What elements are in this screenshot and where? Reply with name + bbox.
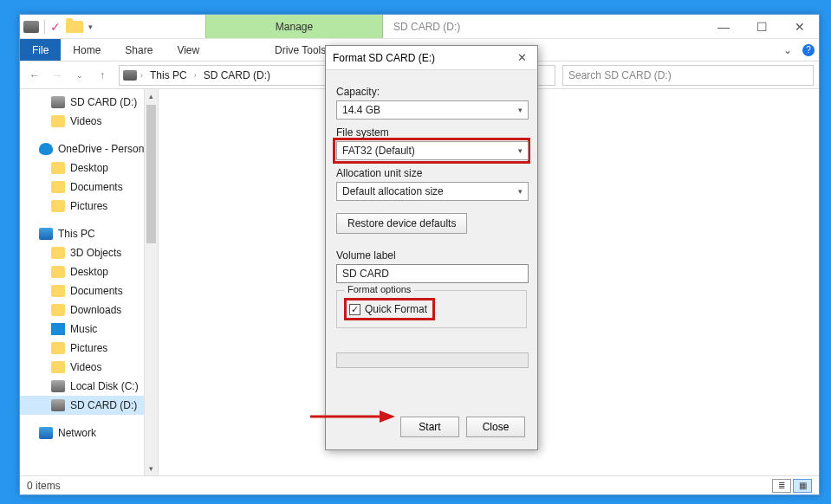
allocation-value: Default allocation size xyxy=(342,185,444,197)
folder-icon[interactable] xyxy=(66,21,83,33)
capacity-label: Capacity: xyxy=(336,86,527,98)
manage-contextual-tab[interactable]: Manage xyxy=(205,15,383,38)
tree-label: OneDrive - Person xyxy=(58,143,144,155)
tree-item-this-pc[interactable]: This PC xyxy=(20,224,158,243)
chevron-down-icon: ▾ xyxy=(518,146,523,155)
drive-icon xyxy=(51,380,65,392)
tree-label: Pictures xyxy=(70,342,107,354)
help-button[interactable]: ? xyxy=(798,39,819,61)
tree-item-sd-card[interactable]: SD CARD (D:) xyxy=(20,396,158,415)
tab-share[interactable]: Share xyxy=(113,39,165,61)
separator xyxy=(44,20,45,34)
view-details-button[interactable]: ≣ xyxy=(772,479,791,493)
tree-label: Videos xyxy=(70,115,101,127)
view-buttons: ≣ ▦ xyxy=(772,479,812,493)
close-button[interactable]: ✕ xyxy=(781,15,819,38)
view-icons-button[interactable]: ▦ xyxy=(793,479,812,493)
cloud-icon xyxy=(39,143,53,155)
drive-icon xyxy=(23,21,39,33)
scroll-down-icon[interactable]: ▾ xyxy=(145,462,158,475)
dialog-titlebar: Format SD CARD (E:) ✕ xyxy=(326,46,537,70)
minimize-button[interactable]: — xyxy=(704,15,743,38)
format-dialog: Format SD CARD (E:) ✕ Capacity: 14.4 GB … xyxy=(325,45,538,450)
folder-icon xyxy=(51,181,65,193)
folder-icon xyxy=(51,304,65,316)
volume-label-label: Volume label xyxy=(336,249,527,262)
tab-view[interactable]: View xyxy=(165,39,211,61)
folder-icon xyxy=(51,266,65,278)
restore-defaults-button[interactable]: Restore device defaults xyxy=(336,213,467,234)
tab-home[interactable]: Home xyxy=(61,39,113,61)
format-options-group: Format options ✓ Quick Format xyxy=(336,290,527,328)
close-button[interactable]: Close xyxy=(466,417,525,437)
tree-item-documents[interactable]: Documents xyxy=(20,178,158,197)
format-options-legend: Format options xyxy=(344,284,414,294)
forward-button[interactable]: → xyxy=(48,66,67,85)
tree-item-music[interactable]: Music xyxy=(20,320,158,339)
drive-icon xyxy=(123,70,137,81)
format-progress xyxy=(336,352,529,368)
network-icon xyxy=(39,427,53,439)
folder-icon xyxy=(51,342,65,354)
tree-item-local-disk[interactable]: Local Disk (C:) xyxy=(20,377,158,396)
close-icon[interactable]: ✕ xyxy=(513,51,530,64)
filesystem-select[interactable]: FAT32 (Default) ▾ xyxy=(336,141,529,160)
recent-locations-button[interactable]: ⌄ xyxy=(70,66,89,85)
capacity-select[interactable]: 14.4 GB ▾ xyxy=(336,100,529,120)
scrollbar-thumb[interactable] xyxy=(146,105,156,243)
dialog-buttons: Start Close xyxy=(400,417,525,437)
tree-scrollbar[interactable]: ▴ ▾ xyxy=(144,89,158,475)
capacity-value: 14.4 GB xyxy=(342,104,380,116)
folder-icon xyxy=(51,162,65,174)
tree-item-videos[interactable]: Videos xyxy=(20,112,158,131)
help-icon: ? xyxy=(802,44,815,56)
tree-item-network[interactable]: Network xyxy=(20,423,158,443)
chevron-down-icon: ▾ xyxy=(518,106,523,114)
tree-item-3d-objects[interactable]: 3D Objects xyxy=(20,243,158,262)
tree-item-downloads[interactable]: Downloads xyxy=(20,300,158,320)
highlight-quick-format: ✓ Quick Format xyxy=(344,298,435,320)
volume-label-value: SD CARD xyxy=(342,268,389,280)
tree-item-videos[interactable]: Videos xyxy=(20,358,158,377)
collapse-ribbon-icon[interactable]: ⌄ xyxy=(777,39,798,61)
breadcrumb-sd-card[interactable]: SD CARD (D:) xyxy=(200,69,274,81)
search-input[interactable]: Search SD CARD (D:) xyxy=(562,65,814,86)
tree-item-sd-card[interactable]: SD CARD (D:) xyxy=(20,93,158,112)
navigation-tree: SD CARD (D:) Videos OneDrive - Person De… xyxy=(20,89,159,475)
maximize-button[interactable]: ☐ xyxy=(743,15,781,38)
check-icon[interactable]: ✓ xyxy=(50,20,61,34)
tree-item-pictures[interactable]: Pictures xyxy=(20,339,158,358)
allocation-select[interactable]: Default allocation size ▾ xyxy=(336,182,529,201)
back-button[interactable]: ← xyxy=(25,66,44,85)
filesystem-value: FAT32 (Default) xyxy=(342,145,415,157)
tree-label: SD CARD (D:) xyxy=(70,96,137,108)
breadcrumb-this-pc[interactable]: This PC xyxy=(146,69,191,81)
tree-item-onedrive[interactable]: OneDrive - Person xyxy=(20,139,158,158)
up-button[interactable]: ↑ xyxy=(93,66,112,85)
pc-icon xyxy=(39,228,53,240)
dropdown-icon[interactable]: ▾ xyxy=(88,23,93,31)
tree-item-pictures[interactable]: Pictures xyxy=(20,197,158,216)
tree-label: Desktop xyxy=(70,266,108,278)
tree-item-documents[interactable]: Documents xyxy=(20,281,158,300)
tree-label: Pictures xyxy=(70,200,107,212)
volume-label-input[interactable]: SD CARD xyxy=(336,264,529,283)
folder-icon xyxy=(51,247,65,259)
tree-label: Local Disk (C:) xyxy=(70,380,139,392)
quick-format-checkbox[interactable]: ✓ xyxy=(349,304,360,315)
tree-item-desktop[interactable]: Desktop xyxy=(20,158,158,178)
folder-icon xyxy=(51,115,65,127)
tab-file[interactable]: File xyxy=(20,39,61,61)
folder-icon xyxy=(51,285,65,297)
chevron-right-icon: › xyxy=(140,71,143,80)
filesystem-label: File system xyxy=(336,126,527,139)
folder-icon xyxy=(51,200,65,212)
tree-item-desktop[interactable]: Desktop xyxy=(20,262,158,281)
tree-label: Documents xyxy=(70,285,123,297)
item-count: 0 items xyxy=(27,480,61,492)
allocation-label: Allocation unit size xyxy=(336,167,527,179)
scroll-up-icon[interactable]: ▴ xyxy=(145,89,158,103)
highlight-filesystem: FAT32 (Default) ▾ xyxy=(333,138,530,164)
tree-label: Documents xyxy=(70,181,123,193)
start-button[interactable]: Start xyxy=(400,417,459,437)
